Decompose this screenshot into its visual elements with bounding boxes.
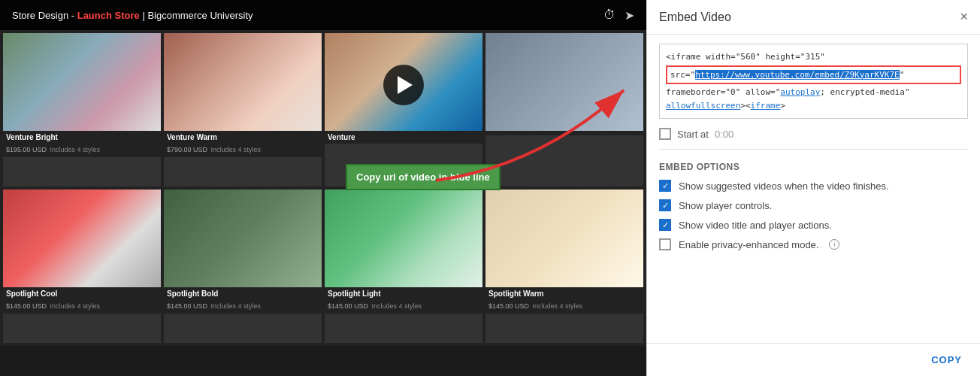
thumbnail-image-4 (485, 33, 643, 131)
share-icon[interactable]: ➤ (625, 8, 634, 23)
option-1-label: Show suggested videos when the video fin… (679, 180, 889, 192)
embed-video-panel: Embed Video × <iframe width="560" height… (646, 0, 980, 376)
thumb-price-8: $145.00 USD (488, 302, 529, 310)
embed-options-title: EMBED OPTIONS (659, 162, 968, 172)
start-at-time: 0:00 (715, 129, 733, 140)
option-2-checkbox[interactable]: ✓ (659, 199, 671, 211)
thumb-info-6: Spotlight Bold $145.00 USD Includes 4 st… (164, 287, 322, 314)
embed-url-link[interactable]: https://www.youtube.com/embed/Z9KyarKVK7… (695, 70, 900, 80)
thumb-name-5: Spotlight Cool (6, 290, 158, 298)
thumb-styles-5: Includes 4 styles (50, 302, 101, 310)
thumb-name-6: Spotlight Bold (167, 290, 319, 298)
thumb-info-8: Spotlight Warm $145.00 USD Includes 4 st… (485, 287, 643, 314)
thumb-styles-8: Includes 4 styles (533, 302, 583, 310)
play-triangle (398, 76, 413, 94)
thumb-price-7: $145.00 USD (328, 302, 368, 310)
option-3-label: Show video title and player actions. (679, 220, 832, 231)
thumbnail-grid: Venture Bright $195.00 USD Includes 4 st… (0, 30, 646, 346)
list-item[interactable]: Venture Bright $195.00 USD Includes 4 st… (3, 33, 161, 186)
thumbnail-image-8 (485, 190, 643, 287)
thumbnail-image-7 (325, 190, 482, 287)
thumb-info-3: Venture (325, 131, 482, 144)
thumb-styles-2: Includes 4 styles (211, 146, 262, 153)
option-4-checkbox[interactable] (659, 238, 671, 250)
thumb-price-1: $195.00 USD (6, 146, 47, 153)
option-1-checkbox[interactable]: ✓ (659, 180, 671, 192)
embed-url-line: src="https://www.youtube.com/embed/Z9Kya… (666, 65, 961, 85)
panel-footer: COPY (647, 343, 980, 376)
list-item[interactable]: Spotlight Light $145.00 USD Includes 4 s… (325, 190, 482, 343)
thumb-name-7: Spotlight Light (328, 290, 479, 298)
option-row-4: Enable privacy-enhanced mode. i (659, 238, 968, 250)
list-item[interactable]: Venture Warm $790.00 USD Includes 4 styl… (164, 33, 322, 186)
iframe-close-link[interactable]: iframe (751, 101, 781, 111)
start-at-label: Start at (677, 129, 709, 140)
video-title-bar: Store Design - Launch Store | Bigcommerc… (0, 0, 646, 30)
thumb-name-2: Venture Warm (167, 133, 319, 141)
embed-line-3: frameborder="0" allow="autoplay; encrypt… (666, 87, 910, 111)
play-button[interactable] (383, 65, 424, 105)
thumb-info-7: Spotlight Light $145.00 USD Includes 4 s… (325, 287, 482, 314)
video-title: Store Design - Launch Store | Bigcommerc… (12, 10, 253, 21)
option-row-1: ✓ Show suggested videos when the video f… (659, 180, 968, 192)
option-row-3: ✓ Show video title and player actions. (659, 219, 968, 231)
allowfullscreen-link[interactable]: allowfullscreen (666, 101, 740, 111)
start-at-checkbox[interactable] (659, 128, 671, 140)
main-video-area: Store Design - Launch Store | Bigcommerc… (0, 0, 646, 376)
option-2-label: Show player controls. (679, 200, 772, 211)
start-at-row: Start at 0:00 (659, 128, 968, 150)
info-icon[interactable]: i (829, 239, 839, 250)
clock-icon[interactable]: ⏱ (603, 8, 616, 22)
list-item[interactable] (485, 33, 643, 186)
thumb-styles-7: Includes 4 styles (372, 302, 422, 310)
thumb-info-2: Venture Warm $790.00 USD Includes 4 styl… (164, 131, 322, 157)
close-icon[interactable]: × (960, 9, 968, 25)
thumb-styles-1: Includes 4 styles (50, 146, 101, 153)
annotation-box: Copy url of video in blue line (346, 164, 501, 190)
thumbnail-image-1 (3, 33, 161, 131)
thumb-name-1: Venture Bright (6, 133, 158, 141)
thumbnail-image-2 (164, 33, 322, 131)
title-actions: ⏱ ➤ (603, 8, 634, 23)
thumb-price-6: $145.00 USD (167, 302, 207, 310)
copy-button[interactable]: COPY (925, 351, 968, 368)
list-item[interactable]: Spotlight Cool $145.00 USD Includes 4 st… (3, 190, 161, 343)
option-3-checkbox[interactable]: ✓ (659, 219, 671, 231)
thumb-price-5: $145.00 USD (6, 302, 47, 310)
autoplay-link[interactable]: autoplay (780, 87, 820, 97)
thumb-name-8: Spotlight Warm (488, 290, 640, 298)
embed-line-1: <iframe width="560" height="315" (666, 52, 825, 62)
thumb-info-4 (485, 131, 643, 135)
thumbnail-image-6 (164, 190, 322, 287)
panel-title: Embed Video (659, 11, 731, 24)
embed-code-area[interactable]: <iframe width="560" height="315" src="ht… (659, 44, 968, 119)
thumb-info-5: Spotlight Cool $145.00 USD Includes 4 st… (3, 287, 161, 314)
panel-header: Embed Video × (647, 0, 980, 35)
thumb-price-2: $790.00 USD (167, 146, 207, 153)
thumb-info-1: Venture Bright $195.00 USD Includes 4 st… (3, 131, 161, 157)
title-highlight: Launch Store (77, 10, 140, 21)
option-row-2: ✓ Show player controls. (659, 199, 968, 211)
panel-body[interactable]: <iframe width="560" height="315" src="ht… (647, 35, 980, 343)
list-item[interactable]: Spotlight Warm $145.00 USD Includes 4 st… (485, 190, 643, 343)
thumbnail-image-5 (3, 190, 161, 287)
thumb-name-3: Venture (328, 133, 479, 141)
option-4-label: Enable privacy-enhanced mode. (679, 239, 818, 250)
list-item[interactable]: Spotlight Bold $145.00 USD Includes 4 st… (164, 190, 322, 343)
thumb-styles-6: Includes 4 styles (211, 302, 262, 310)
